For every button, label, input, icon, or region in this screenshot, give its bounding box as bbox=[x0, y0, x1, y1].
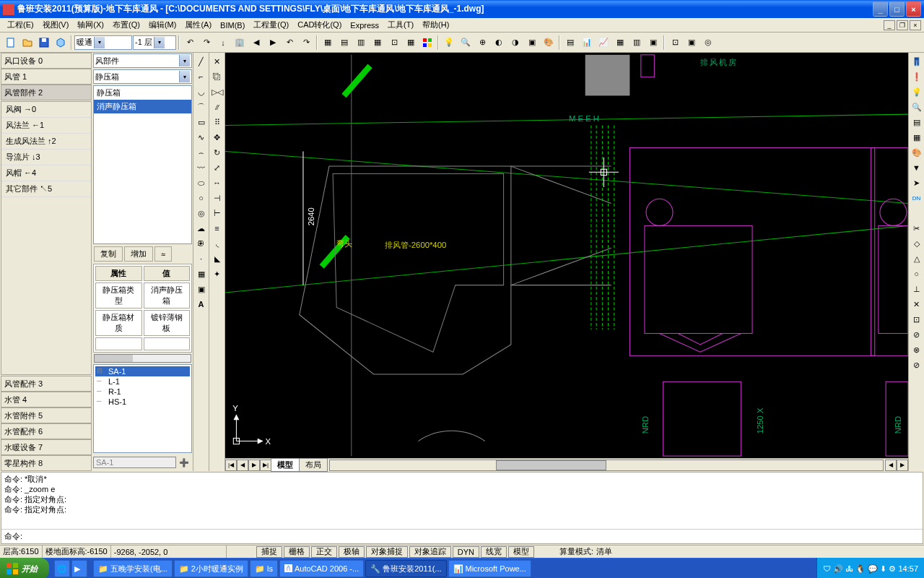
building-icon[interactable]: 🏢 bbox=[232, 35, 248, 51]
list-item[interactable]: 静压箱 bbox=[94, 86, 191, 100]
stretch-icon[interactable]: ↔ bbox=[210, 176, 225, 190]
fillet-icon[interactable]: ◟ bbox=[210, 236, 225, 251]
copy-icon[interactable]: ⿻ bbox=[210, 69, 225, 84]
doc-close-button[interactable]: × bbox=[910, 20, 921, 30]
floor-combo[interactable]: -1 层▾ bbox=[133, 35, 176, 50]
tray-icon[interactable]: 🐧 bbox=[855, 564, 866, 574]
drawing-canvas[interactable]: 2640 弯头 排风管-2600*400 MEEH 排风机房 bbox=[225, 53, 908, 458]
text-icon[interactable]: A bbox=[194, 297, 209, 311]
tray-clock[interactable]: 14:57 bbox=[898, 564, 918, 573]
expand-button[interactable]: ≈ bbox=[154, 246, 172, 262]
hatch2-icon[interactable]: ▦ bbox=[910, 130, 924, 144]
menu-express[interactable]: Express bbox=[346, 20, 383, 31]
new-icon[interactable] bbox=[3, 35, 19, 51]
point-icon[interactable]: · bbox=[194, 251, 209, 266]
cat-fengguanbujian[interactable]: 风管部件 2 bbox=[1, 85, 92, 100]
hatch-icon[interactable]: ▦ bbox=[194, 267, 209, 281]
colors-icon[interactable]: 🎨 bbox=[910, 145, 924, 160]
pline-icon[interactable]: ⌐ bbox=[194, 69, 209, 84]
partsub-combo[interactable]: 静压箱▾ bbox=[93, 69, 192, 84]
erase-icon[interactable]: ✕ bbox=[210, 54, 225, 69]
tray-icon[interactable]: ⬇ bbox=[880, 564, 886, 574]
cut-icon[interactable]: ✂ bbox=[910, 221, 924, 236]
parttype-combo[interactable]: 风部件▾ bbox=[93, 53, 192, 68]
break-icon[interactable]: ≡ bbox=[210, 221, 225, 236]
cat-shuiguan[interactable]: 水管 4 bbox=[1, 392, 92, 407]
toggle-grid[interactable]: 栅格 bbox=[284, 546, 310, 558]
chamfer-icon[interactable]: ◣ bbox=[210, 251, 225, 266]
arc3-icon[interactable]: ⌢ bbox=[194, 145, 209, 160]
menu-quantity[interactable]: 工程量(Q) bbox=[249, 18, 293, 32]
floordown-icon[interactable]: ↓ bbox=[215, 35, 231, 51]
extend-icon[interactable]: ⊢ bbox=[210, 206, 225, 220]
task-item[interactable]: 🔧鲁班安装2011(... bbox=[365, 560, 446, 577]
arc2-icon[interactable]: ⌒ bbox=[194, 100, 209, 114]
menu-tools[interactable]: 工具(T) bbox=[383, 18, 418, 32]
canvas-hscrollbar[interactable] bbox=[329, 460, 884, 471]
show-icon[interactable]: ◑ bbox=[507, 35, 523, 51]
search2-icon[interactable]: 🔍 bbox=[910, 100, 924, 114]
cat-shuiguanfujian[interactable]: 水管附件 5 bbox=[1, 407, 92, 423]
subitem-genflange[interactable]: 生成风法兰 ↑2 bbox=[1, 134, 91, 150]
tree-item[interactable]: R-1 bbox=[95, 387, 190, 397]
offset-icon[interactable]: ⫽ bbox=[210, 100, 225, 114]
floornext-icon[interactable]: ↷ bbox=[199, 35, 214, 51]
toggle-polar[interactable]: 极轴 bbox=[339, 546, 365, 558]
subitem-flange[interactable]: 风法兰 ←1 bbox=[1, 118, 91, 134]
chevron-down-icon[interactable]: ▾ bbox=[179, 71, 190, 82]
menu-axis[interactable]: 轴网(X) bbox=[73, 18, 108, 32]
quicklaunch-icon[interactable]: ▶ bbox=[71, 560, 87, 577]
trim-icon[interactable]: ⊣ bbox=[210, 191, 225, 205]
copy-button[interactable]: 复制 bbox=[94, 246, 123, 262]
menu-bim[interactable]: BIM(B) bbox=[216, 20, 249, 31]
snap-none-icon[interactable]: ⊘ bbox=[910, 358, 924, 372]
toggle-dyn[interactable]: DYN bbox=[453, 546, 479, 558]
tab-next-icon[interactable]: ▶ bbox=[248, 460, 260, 471]
nav-right-icon[interactable]: ▶ bbox=[265, 35, 281, 51]
tree-item[interactable]: HS-1 bbox=[95, 397, 190, 407]
table-icon[interactable]: ▦ bbox=[403, 35, 419, 51]
cat-shuinuanshebei[interactable]: 水暖设备 7 bbox=[1, 439, 92, 455]
bulb-icon[interactable]: 💡 bbox=[441, 35, 457, 51]
menu-property[interactable]: 属性(A) bbox=[180, 18, 216, 32]
nav-left-icon[interactable]: ◀ bbox=[248, 35, 264, 51]
palette-icon[interactable]: 🎨 bbox=[541, 35, 557, 51]
task-item[interactable]: 📊Microsoft Powe... bbox=[448, 560, 531, 577]
toggle-snap[interactable]: 捕捉 bbox=[256, 546, 282, 558]
subitem-cap[interactable]: 风帽 ←4 bbox=[1, 165, 91, 181]
task-item[interactable]: 🅰AutoCAD 2006 -... bbox=[279, 560, 364, 577]
minimize-button[interactable]: _ bbox=[873, 1, 888, 17]
layer-icon[interactable]: ▤ bbox=[336, 35, 352, 51]
scroll-thumb[interactable] bbox=[496, 460, 606, 470]
subitem-valve[interactable]: 风阀 →0 bbox=[1, 102, 91, 118]
move-icon[interactable]: ✥ bbox=[210, 130, 225, 144]
menu-view[interactable]: 视图(V) bbox=[38, 18, 74, 32]
ellipse-icon[interactable]: ⬭ bbox=[194, 176, 209, 190]
command-history[interactable]: 命令: *取消* 命令: _zoom e 命令: 指定对角点: 命令: 指定对角… bbox=[1, 473, 923, 530]
tool3-icon[interactable]: ◎ bbox=[700, 35, 716, 51]
snap-int-icon[interactable]: ✕ bbox=[910, 297, 924, 311]
spiral-icon[interactable]: ֍ bbox=[194, 236, 209, 251]
filter-icon[interactable]: ▼ bbox=[910, 160, 924, 175]
quicklaunch-icon[interactable]: 🌐 bbox=[54, 560, 70, 577]
tray-icon[interactable]: 🔊 bbox=[833, 564, 843, 574]
cloud-icon[interactable]: ☁ bbox=[194, 221, 209, 236]
task-item[interactable]: 📁2小时暖通实例 bbox=[174, 560, 248, 577]
mirror-icon[interactable]: ▷◁ bbox=[210, 85, 225, 99]
menu-layout[interactable]: 布置(Q) bbox=[108, 18, 144, 32]
color-icon[interactable] bbox=[419, 35, 435, 51]
export-icon[interactable]: ▥ bbox=[629, 35, 645, 51]
spline-icon[interactable]: 〰 bbox=[194, 160, 209, 175]
command-input[interactable] bbox=[27, 532, 851, 541]
system-tree[interactable]: SA-1 L-1 R-1 HS-1 bbox=[93, 364, 192, 453]
chevron-down-icon[interactable]: ▾ bbox=[179, 55, 190, 66]
tray-icon[interactable]: ⚙ bbox=[889, 564, 896, 574]
stack-icon[interactable]: ▤ bbox=[910, 115, 924, 129]
menu-edit[interactable]: 编辑(M) bbox=[144, 18, 181, 32]
subitem-guide[interactable]: 导流片 ↓3 bbox=[1, 150, 91, 165]
cat-fengkou[interactable]: 风口设备 0 bbox=[1, 53, 92, 69]
menu-cad[interactable]: CAD转化(Q) bbox=[293, 18, 346, 32]
tree-item[interactable]: L-1 bbox=[95, 376, 190, 387]
cat-shuiguanpeijian[interactable]: 水管配件 6 bbox=[1, 423, 92, 439]
pants-icon[interactable]: 👖 bbox=[910, 54, 924, 69]
